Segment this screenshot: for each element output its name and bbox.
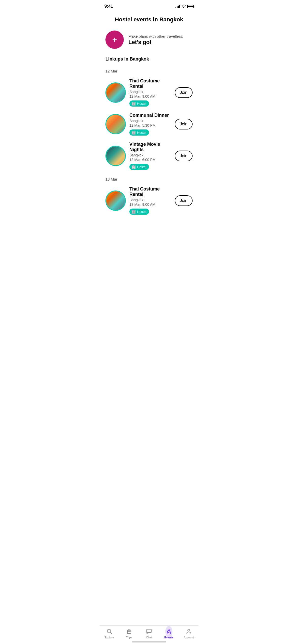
event-datetime: 12 Mar, 6:00 PM xyxy=(129,158,171,162)
event-info: Vintage Movie Nights Bangkok 12 Mar, 6:0… xyxy=(129,142,171,170)
join-button[interactable]: Join xyxy=(175,119,193,129)
create-event-button[interactable]: + xyxy=(105,31,124,49)
hostel-icon: 🏢 xyxy=(131,101,136,106)
event-info: Thai Costume Rental Bangkok 13 Mar, 9:00… xyxy=(129,186,171,215)
event-item: Communal Dinner Bangkok 12 Mar, 5:30 PM … xyxy=(99,110,199,139)
event-location: Bangkok xyxy=(129,153,171,157)
event-location: Bangkok xyxy=(129,119,171,123)
hostel-icon: 🏢 xyxy=(131,165,136,169)
section-header: Linkups in Bangkok xyxy=(99,56,199,65)
battery-icon xyxy=(187,5,194,8)
event-image xyxy=(105,114,126,134)
create-event-title: Let's go! xyxy=(128,39,183,46)
status-bar: 9:41 xyxy=(99,0,199,11)
join-button[interactable]: Join xyxy=(175,87,193,98)
event-datetime: 12 Mar, 9:00 AM xyxy=(129,94,171,98)
event-name: Thai Costume Rental xyxy=(129,186,171,197)
event-name: Vintage Movie Nights xyxy=(129,142,171,152)
hostel-label: Hostel xyxy=(137,165,146,169)
event-tag: 🏢 Hostel xyxy=(129,100,149,107)
event-tag: 🏢 Hostel xyxy=(129,164,149,170)
event-datetime: 13 Mar, 9:00 AM xyxy=(129,202,171,207)
event-item: Thai Costume Rental Bangkok 13 Mar, 9:00… xyxy=(99,183,199,218)
join-button[interactable]: Join xyxy=(175,195,193,206)
event-image xyxy=(105,82,126,103)
hostel-icon: 🏢 xyxy=(131,210,136,214)
event-location: Bangkok xyxy=(129,90,171,94)
date-label: 13 Mar xyxy=(99,173,199,183)
event-item: Vintage Movie Nights Bangkok 12 Mar, 6:0… xyxy=(99,139,199,173)
status-icons xyxy=(175,4,194,8)
signal-icon xyxy=(175,5,180,8)
event-location: Bangkok xyxy=(129,198,171,202)
event-tag: 🏢 Hostel xyxy=(129,129,149,136)
plus-icon: + xyxy=(112,36,117,44)
event-info: Thai Costume Rental Bangkok 12 Mar, 9:00… xyxy=(129,78,171,107)
event-name: Thai Costume Rental xyxy=(129,78,171,89)
create-event-subtitle: Make plans with other travellers. xyxy=(128,34,183,38)
event-datetime: 12 Mar, 5:30 PM xyxy=(129,123,171,127)
event-tag: 🏢 Hostel xyxy=(129,209,149,215)
events-scroll-area: Linkups in Bangkok 12 Mar Thai Costume R… xyxy=(99,56,199,243)
event-image xyxy=(105,146,126,166)
hostel-label: Hostel xyxy=(137,131,146,135)
page-title: Hostel events in Bangkok xyxy=(99,11,199,25)
wifi-icon xyxy=(182,4,186,8)
hostel-label: Hostel xyxy=(137,210,146,214)
event-info: Communal Dinner Bangkok 12 Mar, 5:30 PM … xyxy=(129,113,171,136)
events-container: 12 Mar Thai Costume Rental Bangkok 12 Ma… xyxy=(99,65,199,218)
hostel-icon: 🏢 xyxy=(131,130,136,135)
event-name: Communal Dinner xyxy=(129,113,171,118)
hostel-label: Hostel xyxy=(137,102,146,106)
event-image xyxy=(105,191,126,211)
status-time: 9:41 xyxy=(104,4,113,9)
create-event-banner: + Make plans with other travellers. Let'… xyxy=(99,25,199,56)
date-label: 12 Mar xyxy=(99,65,199,75)
event-item: Thai Costume Rental Bangkok 12 Mar, 9:00… xyxy=(99,75,199,110)
create-event-text: Make plans with other travellers. Let's … xyxy=(128,34,183,46)
join-button[interactable]: Join xyxy=(175,151,193,161)
